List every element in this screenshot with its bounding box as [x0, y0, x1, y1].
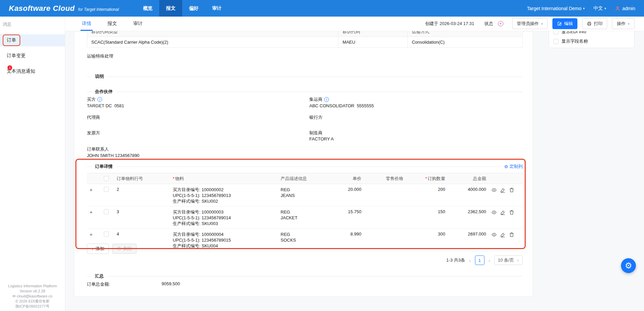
expand-row-icon[interactable]: + [90, 209, 93, 215]
carrier-col-transport: 运输方式 [408, 31, 523, 37]
customize-columns-link[interactable]: ⚙ 定制列 [504, 163, 523, 170]
nav-item-overview[interactable]: 概览 [136, 0, 159, 17]
agent-label: 代理商 [87, 114, 100, 120]
order-detail-card: 标识代码类型 标识代码 运输方式 SCAC(Standard Carrier A… [74, 31, 533, 297]
col-order-qty: *订购数量 [406, 173, 448, 184]
sidebar-item-orders[interactable]: 订单 [0, 34, 65, 46]
delete-icon[interactable] [509, 187, 514, 193]
tab-audit[interactable]: 审计 [128, 17, 147, 31]
plus-icon: + [91, 246, 94, 251]
order-lines-table: 订单物料行号 *物料 产品描述信息 单价 零售价格 *订购数量 总金额 + 2 … [87, 173, 523, 251]
col-retail-price: 零售价格 [364, 173, 406, 184]
admin-actions-button[interactable]: 管理员操作 ∨ [512, 18, 548, 29]
order-qty: 150 [406, 206, 448, 229]
nav-item-audit[interactable]: 审计 [205, 0, 228, 17]
edit-icon [557, 21, 562, 26]
view-icon[interactable] [492, 187, 497, 193]
expand-row-icon[interactable]: + [90, 187, 93, 193]
table-row: SCAC(Standard Carrier Alpha Code)(2) MAE… [87, 37, 523, 48]
settings-fab-button[interactable]: ⚙ [621, 258, 636, 273]
view-icon[interactable] [492, 232, 497, 237]
col-line-number: 订单物料行号 [114, 173, 170, 184]
option-show-edi-info[interactable]: 显示EDI Info [553, 31, 586, 35]
user-menu[interactable]: admin [615, 6, 635, 11]
print-button[interactable]: 打印 [582, 18, 607, 29]
delete-icon[interactable] [509, 232, 514, 237]
carrier-col-code: 标识代码 [338, 31, 408, 37]
invoice-party-label: 发票方 [87, 130, 100, 136]
pagination-total: 1-3 共3条 [446, 257, 465, 263]
section-notes: 说明 [87, 73, 523, 80]
carrier-col-code-type: 标识代码类型 [87, 31, 338, 37]
nav-item-preferences[interactable]: 偏好 [182, 0, 205, 17]
item-info: 买方目录编号: 100000002 UPC(1-5-5-1): 12345678… [170, 184, 278, 206]
notification-badge: 1 [7, 65, 12, 70]
edit-icon[interactable] [500, 187, 505, 193]
info-icon[interactable]: i [324, 97, 329, 102]
transport-special-label: 运输特殊处理 [87, 53, 113, 59]
app-logo: Kasoftware Cloud for Target Internationa… [0, 4, 119, 13]
edit-icon[interactable] [500, 210, 505, 215]
delete-lines-button[interactable]: 删除 [112, 244, 137, 254]
top-navbar: Kasoftware Cloud for Target Internationa… [0, 0, 644, 17]
line-number: 3 [114, 206, 170, 229]
next-page-icon[interactable]: › [488, 258, 491, 263]
retail-price [364, 229, 406, 251]
edit-icon[interactable] [500, 232, 505, 237]
table-row: + 4 买方目录编号: 100000004 UPC(1-5-5-1): 1234… [87, 229, 523, 251]
checkbox[interactable] [553, 31, 558, 35]
chevron-down-icon: ∨ [627, 22, 630, 25]
tenant-dropdown[interactable]: Target International Demo ▾ [527, 6, 585, 11]
detail-tabs: 详情 报文 审计 [77, 17, 154, 31]
manufacturer-label: 制造商 [309, 130, 323, 136]
product-desc: REG JACKET [278, 206, 337, 229]
info-icon[interactable]: i [97, 97, 102, 102]
footer-copyright: © 2026 EDI通信专家 [0, 299, 65, 304]
view-icon[interactable] [492, 210, 497, 215]
product-desc: REG JEANS [278, 184, 337, 206]
sidebar-item-text-notifications[interactable]: 文本消息通知 1 [0, 65, 65, 77]
chevron-down-icon: ∨ [541, 22, 543, 25]
transport-mode-value: Consolidation(C) [408, 37, 523, 48]
nav-item-messages[interactable]: 报文 [159, 0, 182, 17]
table-row: + 3 买方目录编号: 100000003 UPC(1-5-5-1): 1234… [87, 206, 523, 229]
status-plus-icon[interactable]: + [498, 21, 503, 26]
language-dropdown[interactable]: 中文 ▾ [593, 5, 606, 12]
envelope-icon: ✉ [13, 294, 17, 298]
created-at-text: 创建于 2026-03-24 17:31 [425, 21, 474, 27]
page-number-button[interactable]: 1 [475, 256, 484, 265]
footer-email[interactable]: ✉ cloud@kasoftware.cn [0, 294, 65, 299]
checkbox[interactable] [553, 39, 558, 44]
sidebar-item-label: 订单变更 [7, 53, 26, 59]
tab-message[interactable]: 报文 [103, 17, 122, 31]
col-total: 总金额 [448, 173, 489, 184]
row-checkbox[interactable] [104, 209, 109, 214]
order-contact-label: 订单联系人 [87, 146, 109, 152]
expand-row-icon[interactable]: + [90, 231, 93, 237]
prev-page-icon[interactable]: ‹ [469, 258, 472, 263]
order-qty: 200 [406, 184, 448, 206]
retail-price [364, 206, 406, 229]
order-qty: 300 [406, 229, 448, 251]
tab-details[interactable]: 详情 [77, 17, 96, 31]
consolidator-label: 集运商 i [309, 96, 329, 103]
add-line-button[interactable]: + 添加 [87, 244, 109, 254]
sidebar: 消息 订单 订单变更 文本消息通知 1 Logistics Informatio… [0, 17, 65, 311]
option-show-field-names[interactable]: 显示字段名称 [553, 38, 588, 44]
sidebar-item-label: 订单 [7, 37, 16, 43]
page-size-select[interactable]: 10 条/页 ∨ [494, 256, 523, 265]
edit-button[interactable]: 编辑 [552, 18, 577, 29]
col-product-desc: 产品描述信息 [278, 173, 337, 184]
manufacturer-value: FACTORY A [309, 136, 334, 141]
gear-icon: ⚙ [625, 261, 632, 270]
delete-icon[interactable] [509, 210, 514, 215]
row-checkbox[interactable] [104, 231, 109, 237]
app-logo-title: Kasoftware Cloud [9, 4, 75, 13]
sidebar-item-order-changes[interactable]: 订单变更 [0, 50, 65, 62]
line-total: 2362.500 [448, 206, 489, 229]
actions-button[interactable]: 操作 ∨ [612, 18, 635, 29]
row-checkbox[interactable] [104, 187, 109, 192]
select-all-checkbox[interactable] [104, 176, 109, 181]
detail-toolbar: 详情 报文 审计 创建于 2026-03-24 17:31 状态 + 管理员操作… [65, 17, 644, 31]
line-number: 2 [114, 184, 170, 206]
